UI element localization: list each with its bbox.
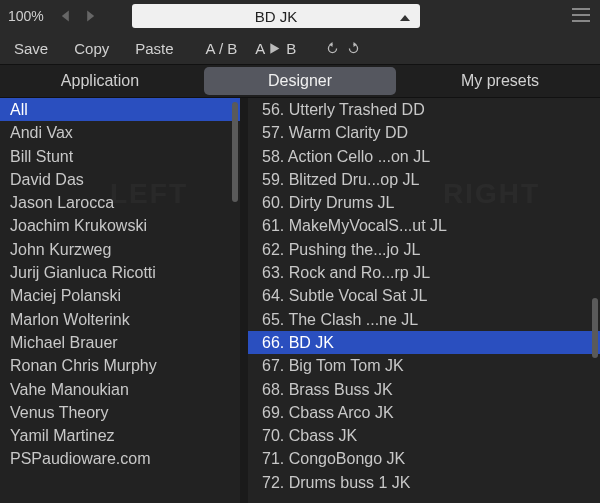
undo-redo-group bbox=[326, 42, 360, 55]
redo-icon bbox=[347, 42, 360, 55]
category-item[interactable]: PSPaudioware.com bbox=[0, 447, 240, 470]
category-item[interactable]: Michael Brauer bbox=[0, 331, 240, 354]
category-item[interactable]: Venus Theory bbox=[0, 401, 240, 424]
content-area: LEFT RIGHT AllAndi VaxBill StuntDavid Da… bbox=[0, 98, 600, 503]
svg-rect-0 bbox=[572, 8, 590, 10]
preset-item[interactable]: 70. Cbass JK bbox=[248, 424, 600, 447]
pane-divider[interactable] bbox=[240, 98, 248, 503]
preset-item[interactable]: 66. BD JK bbox=[248, 331, 600, 354]
prev-preset-button[interactable] bbox=[56, 6, 76, 26]
tab-designer[interactable]: Designer bbox=[204, 67, 396, 95]
preset-item[interactable]: 62. Pushing the...jo JL bbox=[248, 238, 600, 261]
category-item[interactable]: Ronan Chris Murphy bbox=[0, 354, 240, 377]
ab-group: A / B A B bbox=[206, 40, 297, 57]
category-item[interactable]: Yamil Martinez bbox=[0, 424, 240, 447]
category-list[interactable]: AllAndi VaxBill StuntDavid DasJason Laro… bbox=[0, 98, 240, 503]
menu-button[interactable] bbox=[572, 8, 590, 26]
arrow-right-icon bbox=[269, 42, 282, 55]
tab-my-presets[interactable]: My presets bbox=[404, 67, 596, 95]
category-item[interactable]: David Das bbox=[0, 168, 240, 191]
preset-item[interactable]: 63. Rock and Ro...rp JL bbox=[248, 261, 600, 284]
preset-item[interactable]: 67. Big Tom Tom JK bbox=[248, 354, 600, 377]
undo-icon bbox=[326, 42, 339, 55]
category-item[interactable]: Bill Stunt bbox=[0, 145, 240, 168]
preset-item[interactable]: 60. Dirty Drums JL bbox=[248, 191, 600, 214]
save-button[interactable]: Save bbox=[14, 40, 48, 57]
preset-item[interactable]: 61. MakeMyVocalS...ut JL bbox=[248, 214, 600, 237]
paste-button[interactable]: Paste bbox=[135, 40, 173, 57]
preset-item[interactable]: 56. Utterly Trashed DD bbox=[248, 98, 600, 121]
preset-item[interactable]: 68. Brass Buss JK bbox=[248, 378, 600, 401]
arrow-left-icon bbox=[59, 9, 73, 23]
top-bar: 100% BD JK bbox=[0, 0, 600, 32]
preset-item[interactable]: 58. Action Cello ...on JL bbox=[248, 145, 600, 168]
zoom-level[interactable]: 100% bbox=[8, 8, 54, 24]
arrow-right-icon bbox=[83, 9, 97, 23]
category-item[interactable]: John Kurzweg bbox=[0, 238, 240, 261]
ab-compare-button[interactable]: A / B bbox=[206, 40, 238, 57]
category-item[interactable]: Andi Vax bbox=[0, 121, 240, 144]
tab-application[interactable]: Application bbox=[4, 67, 196, 95]
copy-button[interactable]: Copy bbox=[74, 40, 109, 57]
next-preset-button[interactable] bbox=[80, 6, 100, 26]
preset-list[interactable]: 56. Utterly Trashed DD57. Warm Clarity D… bbox=[248, 98, 600, 503]
preset-display[interactable]: BD JK bbox=[132, 4, 420, 28]
category-item[interactable]: Jason Larocca bbox=[0, 191, 240, 214]
category-item[interactable]: Joachim Krukowski bbox=[0, 214, 240, 237]
preset-item[interactable]: 72. Drums buss 1 JK bbox=[248, 471, 600, 494]
tab-bar: Application Designer My presets bbox=[0, 64, 600, 98]
preset-item[interactable]: 71. CongoBongo JK bbox=[248, 447, 600, 470]
preset-item[interactable]: 65. The Clash ...ne JL bbox=[248, 308, 600, 331]
category-item[interactable]: Vahe Manoukian bbox=[0, 378, 240, 401]
ab-copy-button[interactable]: A B bbox=[255, 40, 296, 57]
category-item[interactable]: Maciej Polanski bbox=[0, 284, 240, 307]
hamburger-icon bbox=[572, 8, 590, 22]
undo-button[interactable] bbox=[326, 42, 339, 55]
preset-item[interactable]: 59. Blitzed Dru...op JL bbox=[248, 168, 600, 191]
preset-item[interactable]: 69. Cbass Arco JK bbox=[248, 401, 600, 424]
redo-button[interactable] bbox=[347, 42, 360, 55]
svg-rect-1 bbox=[572, 14, 590, 16]
preset-item[interactable]: 64. Subtle Vocal Sat JL bbox=[248, 284, 600, 307]
category-item[interactable]: Marlon Wolterink bbox=[0, 308, 240, 331]
category-item[interactable]: Jurij Gianluca Ricotti bbox=[0, 261, 240, 284]
preset-name-label: BD JK bbox=[255, 8, 298, 25]
scrollbar-thumb[interactable] bbox=[592, 298, 598, 358]
preset-item[interactable]: 57. Warm Clarity DD bbox=[248, 121, 600, 144]
category-item[interactable]: All bbox=[0, 98, 240, 121]
action-bar: Save Copy Paste A / B A B bbox=[0, 32, 600, 64]
svg-rect-2 bbox=[572, 20, 590, 22]
dropdown-up-icon bbox=[400, 8, 410, 25]
scrollbar-thumb[interactable] bbox=[232, 102, 238, 202]
